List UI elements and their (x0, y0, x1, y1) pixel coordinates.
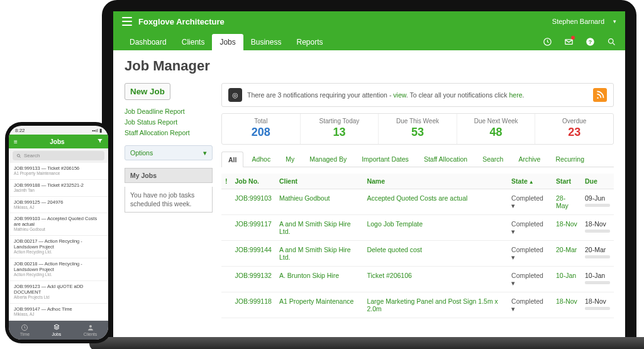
stat-card[interactable]: Due This Week53 (379, 114, 457, 144)
col-name[interactable]: Name (363, 174, 508, 189)
cell-state[interactable]: Completed ▾ (508, 241, 552, 267)
cell-state[interactable]: Completed ▾ (508, 267, 552, 292)
table-row[interactable]: JOB:999132A. Brunton Skip HireTicket #20… (221, 267, 614, 292)
progress-bar (585, 230, 610, 233)
nav-tab-clients[interactable]: Clients (174, 34, 213, 50)
subtab-search[interactable]: Search (475, 151, 510, 167)
notif-view-link[interactable]: view (393, 91, 406, 99)
cell-jobno[interactable]: JOB:999117 (231, 215, 275, 241)
phone-tab-time[interactable]: Time (20, 324, 30, 336)
filter-icon[interactable] (97, 138, 103, 145)
cell-client[interactable]: A. Brunton Skip Hire (275, 267, 364, 292)
subtab-staff-allocation[interactable]: Staff Allocation (417, 151, 474, 167)
laptop-screen: Foxglove Architecture Stephen Barnard ▾ … (113, 11, 625, 337)
stat-card[interactable]: Starting Today13 (301, 114, 379, 144)
stat-value: 13 (301, 126, 379, 139)
caret-down-icon[interactable]: ▾ (613, 18, 616, 25)
subtab-adhoc[interactable]: Adhoc (245, 151, 277, 167)
phone-tab-clients[interactable]: Clients (84, 324, 97, 336)
stat-label: Starting Today (301, 118, 379, 125)
cell-client[interactable]: A and M Smith Skip Hire Ltd. (275, 215, 364, 241)
notif-here-link[interactable]: here (509, 91, 523, 99)
subtab-important-dates[interactable]: Important Dates (355, 151, 416, 167)
cell-client[interactable]: Mathieu Godbout (275, 189, 364, 215)
sidebar-link[interactable]: Job Status Report (125, 118, 213, 126)
subtab-archive[interactable]: Archive (511, 151, 547, 167)
col-start[interactable]: Start (552, 174, 581, 189)
table-row[interactable]: JOB:999117A and M Smith Skip Hire Ltd.Lo… (221, 215, 614, 241)
sidebar-link[interactable]: Staff Allocation Report (125, 129, 213, 136)
stat-label: Due Next Week (457, 118, 535, 125)
stat-card[interactable]: Due Next Week48 (457, 114, 536, 144)
subtab-managed-by[interactable]: Managed By (303, 151, 353, 167)
search-icon (16, 153, 21, 158)
cell-due: 10-Jan (581, 267, 614, 292)
phone-search-input[interactable]: Search (13, 151, 104, 160)
table-row[interactable]: JOB:999103Mathieu GodboutAccepted Quoted… (221, 189, 614, 215)
stat-card[interactable]: Total208 (222, 114, 301, 144)
cell-state[interactable]: Completed ▾ (508, 215, 552, 241)
cell-state[interactable]: Completed ▾ (508, 189, 552, 215)
list-item[interactable]: JOB:999103 — Accepted Quoted Costs are a… (9, 213, 108, 236)
cell-start: 18-Nov (552, 215, 581, 241)
subtab-my[interactable]: My (279, 151, 301, 167)
list-item[interactable]: JOB:999123 — Add qUOTE aDD DOCUMENTAlber… (9, 281, 108, 304)
new-job-button[interactable]: New Job (125, 83, 170, 100)
cell-start: 20-Mar (552, 241, 581, 267)
cell-client[interactable]: A and M Smith Skip Hire Ltd. (275, 241, 364, 267)
cell-jobno[interactable]: JOB:999132 (231, 267, 275, 292)
list-item[interactable]: JOB:00218 — Action Recycling - Landsdown… (9, 258, 108, 281)
options-dropdown[interactable]: Options ▾ (125, 145, 213, 160)
list-item[interactable]: JOB:999147 — Adhoc TimeMikiass, AJ (9, 304, 108, 321)
subtab-recurring[interactable]: Recurring (548, 151, 591, 167)
cell-state[interactable]: Completed ▾ (508, 292, 552, 318)
cell-name[interactable]: Delete quoted cost (363, 241, 508, 267)
cell-jobno[interactable]: JOB:999118 (231, 292, 275, 318)
table-row[interactable]: JOB:999118A1 Property MaintenanceLarge M… (221, 292, 614, 318)
nav-tab-business[interactable]: Business (243, 34, 289, 50)
options-label: Options (130, 149, 153, 157)
cell-jobno[interactable]: JOB:999144 (231, 241, 275, 267)
clock-icon[interactable] (542, 36, 552, 47)
help-icon[interactable]: ? (585, 36, 595, 47)
list-item[interactable]: JOB:999125 — 204976Mikiass, AJ (9, 197, 108, 214)
col-state[interactable]: State▲ (508, 174, 552, 189)
progress-bar (585, 307, 610, 310)
table-row[interactable]: JOB:999144A and M Smith Skip Hire Ltd.De… (221, 241, 614, 267)
list-item[interactable]: JOB:999188 — Ticket #232521-2Jacinth Tan (9, 180, 108, 197)
nav-tab-dashboard[interactable]: Dashboard (122, 34, 174, 50)
col-due[interactable]: Due (581, 174, 614, 189)
phone-title: Jobs (50, 138, 64, 145)
laptop-base (89, 337, 644, 349)
phone-job-list[interactable]: JOB:999133 — Ticket #206156A1 Property M… (9, 163, 108, 321)
stat-label: Due This Week (379, 118, 457, 125)
cell-name[interactable]: Logo Job Template (363, 215, 508, 241)
svg-point-5 (17, 154, 19, 157)
phone-time: 8:22 (15, 128, 25, 133)
cell-jobno[interactable]: JOB:999103 (231, 189, 275, 215)
nav-tab-reports[interactable]: Reports (289, 34, 330, 50)
rss-icon[interactable] (593, 88, 607, 102)
menu-icon[interactable] (122, 17, 132, 26)
col-jobno[interactable]: Job No. (231, 174, 275, 189)
cell-name[interactable]: Accepted Quoted Costs are actual (363, 189, 508, 215)
mail-icon[interactable] (564, 36, 574, 47)
progress-bar (585, 204, 610, 207)
app-title: Foxglove Architecture (138, 17, 225, 26)
col-flag[interactable]: ! (221, 174, 231, 189)
list-item[interactable]: JOB:999133 — Ticket #206156A1 Property M… (9, 163, 108, 180)
cell-name[interactable]: Ticket #206106 (363, 267, 508, 292)
subtab-all[interactable]: All (221, 152, 243, 167)
stat-card[interactable]: Overdue23 (535, 114, 613, 144)
nav-tab-jobs[interactable]: Jobs (212, 34, 243, 50)
cell-name[interactable]: Large Marketing Panel and Post Sign 1.5m… (363, 292, 508, 318)
user-name[interactable]: Stephen Barnard (552, 18, 604, 25)
cell-client[interactable]: A1 Property Maintenance (275, 292, 364, 318)
menu-icon[interactable]: ≡ (14, 138, 18, 145)
cell-due: 09-Jun (581, 189, 614, 215)
list-item[interactable]: JOB:00217 — Action Recycling - Landsdown… (9, 236, 108, 258)
col-client[interactable]: Client (275, 174, 364, 189)
phone-tab-jobs[interactable]: Jobs (52, 324, 62, 336)
sidebar-link[interactable]: Job Deadline Report (125, 108, 213, 115)
search-icon[interactable] (606, 36, 616, 47)
